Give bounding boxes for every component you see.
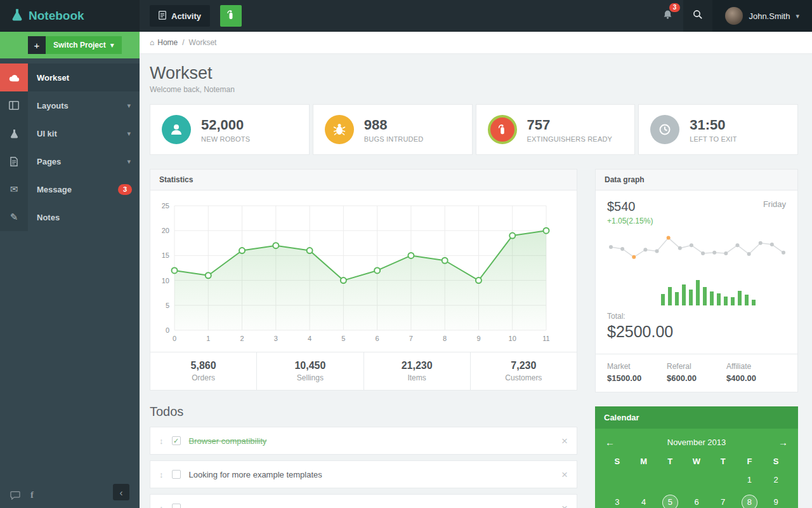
drag-handle-icon[interactable]: ↕ bbox=[159, 504, 164, 508]
sidebar-item-message[interactable]: ✉ Message 3 bbox=[0, 175, 140, 203]
summary-value: 21,230 bbox=[364, 360, 470, 371]
calendar-day[interactable]: 9 bbox=[763, 494, 789, 508]
main-content: ⌂ Home / Workset Workset Welcome back, N… bbox=[140, 32, 812, 508]
close-icon[interactable]: × bbox=[561, 503, 568, 508]
data-graph-body: $540 +1.05(2.15%) Friday Total: $2500.00 bbox=[596, 190, 797, 354]
todo-checkbox[interactable] bbox=[172, 504, 181, 508]
footer-referal: Referal $600.00 bbox=[667, 362, 726, 383]
todo-item: ↕ Looking for more example templates × bbox=[150, 460, 577, 488]
summary-label: Items bbox=[364, 373, 470, 382]
svg-text:1: 1 bbox=[206, 335, 210, 342]
navbar-right-group: 3 John.Smith ▾ bbox=[652, 0, 812, 32]
data-graph-bar bbox=[745, 295, 749, 305]
calendar-day bbox=[657, 472, 683, 488]
calendar-day[interactable]: 1 bbox=[737, 472, 763, 488]
switch-project-button[interactable]: Switch Project ▾ bbox=[46, 36, 122, 54]
statistics-line-chart: 051015202501234567891011 bbox=[155, 199, 554, 347]
page-header: Workset Welcome back, Noteman bbox=[150, 64, 798, 94]
data-graph-bar bbox=[731, 297, 735, 305]
data-graph-bar bbox=[752, 300, 756, 305]
statistics-chart-wrap: 051015202501234567891011 bbox=[150, 190, 577, 352]
sidebar-item-label: Pages bbox=[37, 157, 61, 166]
close-icon[interactable]: × bbox=[561, 436, 568, 446]
facebook-icon[interactable]: f bbox=[30, 490, 34, 500]
statistics-panel-title: Statistics bbox=[150, 170, 577, 190]
summary-label: Customers bbox=[471, 373, 577, 382]
sidebar: + Switch Project ▾ Workset Layouts ▾ bbox=[0, 32, 140, 508]
close-icon[interactable]: × bbox=[561, 469, 568, 480]
bug-icon bbox=[325, 115, 354, 144]
pencil-icon: ✎ bbox=[0, 203, 28, 231]
calendar-day[interactable]: 2 bbox=[763, 472, 789, 488]
calendar-day[interactable]: 3 bbox=[604, 494, 631, 508]
calendar-day-header: W bbox=[683, 457, 710, 466]
todo-checkbox-checked[interactable]: ✓ bbox=[172, 436, 181, 445]
stat-label: BUGS INTRUDED bbox=[364, 135, 424, 143]
data-graph-bar bbox=[668, 287, 672, 305]
envelope-icon: ✉ bbox=[0, 175, 28, 203]
data-graph-bar bbox=[682, 284, 686, 305]
calendar-month: November 2013 bbox=[667, 438, 726, 447]
flask-icon bbox=[0, 119, 28, 147]
calendar-day[interactable]: 6 bbox=[683, 494, 710, 508]
calendar-day[interactable]: 8 bbox=[737, 494, 763, 508]
calendar-day[interactable]: 7 bbox=[710, 494, 737, 508]
message-count-badge: 3 bbox=[118, 184, 132, 195]
user-menu[interactable]: John.Smith ▾ bbox=[712, 0, 812, 32]
todo-checkbox[interactable] bbox=[172, 470, 181, 479]
extinguisher-button[interactable] bbox=[220, 5, 242, 27]
breadcrumb-home-link[interactable]: ⌂ Home bbox=[150, 38, 178, 47]
total-label: Total: bbox=[607, 312, 786, 321]
calendar-prev-button[interactable]: ← bbox=[605, 436, 615, 449]
activity-button[interactable]: Activity bbox=[150, 5, 210, 27]
svg-text:0: 0 bbox=[166, 326, 169, 334]
sidebar-footer: f bbox=[10, 490, 34, 500]
stat-value: 757 bbox=[527, 117, 613, 133]
sidebar-item-notes[interactable]: ✎ Notes bbox=[0, 203, 140, 231]
todo-item: ↕ ✓ Browser compatibility × bbox=[150, 427, 577, 455]
svg-text:20: 20 bbox=[162, 227, 169, 234]
calendar-day[interactable]: 4 bbox=[631, 494, 657, 508]
footer-value: $1500.00 bbox=[607, 373, 667, 383]
data-graph-footer: Market $1500.00 Referal $600.00 Affiliat… bbox=[596, 354, 797, 392]
sidebar-item-workset[interactable]: Workset bbox=[0, 64, 140, 91]
drag-handle-icon[interactable]: ↕ bbox=[159, 470, 164, 479]
data-graph-bar bbox=[703, 287, 707, 305]
drag-handle-icon[interactable]: ↕ bbox=[159, 436, 164, 446]
summary-items: 21,230 Items bbox=[364, 352, 471, 390]
add-project-button[interactable]: + bbox=[28, 36, 46, 54]
chevron-down-icon: ▾ bbox=[796, 12, 799, 20]
sidebar-item-ui-kit[interactable]: UI kit ▾ bbox=[0, 119, 140, 147]
sidebar-item-layouts[interactable]: Layouts ▾ bbox=[0, 91, 140, 119]
todo-text: Browser compatibility bbox=[189, 436, 267, 446]
search-button[interactable] bbox=[683, 0, 712, 32]
data-graph-bar bbox=[738, 291, 742, 305]
chevron-down-icon: ▾ bbox=[127, 157, 131, 166]
calendar-day[interactable]: 5 bbox=[657, 494, 683, 508]
chat-icon[interactable] bbox=[10, 491, 20, 500]
svg-text:25: 25 bbox=[162, 202, 169, 210]
person-icon bbox=[162, 115, 191, 144]
calendar-day bbox=[683, 472, 710, 488]
sidebar-item-label: UI kit bbox=[37, 129, 57, 138]
sidebar-item-label: Workset bbox=[37, 73, 69, 83]
svg-text:5: 5 bbox=[341, 335, 345, 342]
plus-icon: + bbox=[34, 40, 40, 51]
total-value: $2500.00 bbox=[607, 323, 786, 341]
sidebar-item-pages[interactable]: Pages ▾ bbox=[0, 147, 140, 175]
todo-item: ↕ × bbox=[150, 494, 577, 508]
summary-value: 10,450 bbox=[257, 360, 363, 371]
brand-logo[interactable]: Notebook bbox=[0, 0, 140, 32]
calendar-day bbox=[604, 472, 631, 488]
page-subtitle: Welcome back, Noteman bbox=[150, 85, 798, 94]
todos-title: Todos bbox=[150, 404, 577, 419]
sidebar-collapse-button[interactable]: ‹ bbox=[113, 484, 129, 500]
calendar-day-header: F bbox=[737, 457, 763, 466]
statistics-summary-row: 5,860 Orders 10,450 Sellings 21,230 Item… bbox=[150, 352, 577, 390]
notifications-button[interactable]: 3 bbox=[652, 0, 683, 32]
data-graph-day: Friday bbox=[763, 199, 786, 209]
fire-extinguisher-icon bbox=[488, 115, 517, 144]
notification-badge: 3 bbox=[669, 3, 681, 12]
chevron-down-icon: ▾ bbox=[110, 41, 114, 50]
calendar-next-button[interactable]: → bbox=[778, 436, 788, 449]
